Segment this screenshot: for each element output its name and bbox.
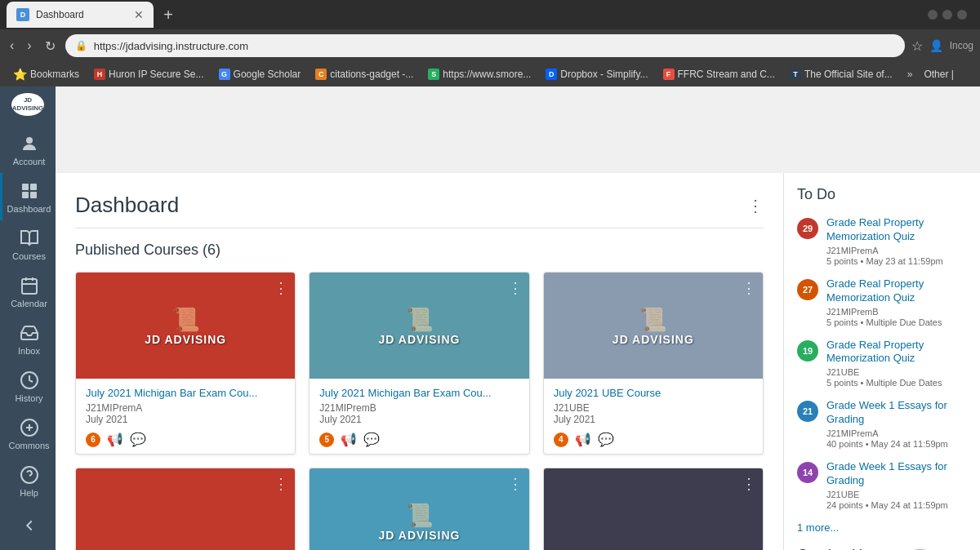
bookmark-ffrc[interactable]: F FFRC Stream and C...	[657, 67, 782, 82]
browser-actions: ☆ 👤 Incog	[911, 38, 973, 54]
maximize-button[interactable]	[942, 10, 952, 20]
todo-meta-2: 5 points • Multiple Due Dates	[826, 317, 967, 327]
sidebar-item-courses[interactable]: Courses	[0, 220, 56, 268]
dropbox-label: Dropbox - Simplify...	[560, 69, 648, 80]
more-link[interactable]: 1 more...	[797, 521, 967, 534]
todo-name-4[interactable]: Grade Week 1 Essays for Grading	[826, 399, 967, 427]
card-menu-6[interactable]: ⋮	[742, 475, 756, 493]
course-card-section-test: ⋮ Section Test	[75, 468, 296, 550]
calendar-icon	[18, 274, 41, 297]
discussion-icon-1[interactable]: 💬	[130, 432, 146, 447]
card-menu-5[interactable]: ⋮	[508, 475, 523, 493]
back-button[interactable]: ‹	[7, 35, 17, 56]
content-area: Dashboard ⋮ Published Courses (6) ⋮ 📜 JD…	[56, 173, 784, 550]
sidebar-item-commons[interactable]: Commons	[0, 410, 56, 457]
course-card-j21mi-prem-b: ⋮ 📜 JD ADVISING July 2021 Michigan Bar E…	[309, 272, 529, 455]
course-card-body-3: July 2021 UBE Course J21UBE July 2021 4 …	[544, 379, 763, 454]
incognito-label: Incog	[950, 40, 973, 51]
todo-title: To Do	[797, 186, 967, 203]
sidebar-item-help[interactable]: Help	[0, 457, 56, 504]
card-menu-1[interactable]: ⋮	[274, 279, 288, 297]
card-menu-3[interactable]: ⋮	[742, 279, 756, 297]
commons-icon	[18, 416, 41, 439]
bookmark-scholar[interactable]: G Google Scholar	[212, 67, 308, 82]
sidebar-item-history[interactable]: History	[0, 362, 56, 410]
course-card-ube-ondemand: ⋮ 📜 JD ADVISING UBE On Demand Course - A…	[309, 468, 529, 550]
course-code-1: J21MIPremA	[86, 402, 285, 414]
bookmark-citations[interactable]: C citations-gadget -...	[309, 67, 420, 82]
scholar-label: Google Scholar	[234, 69, 301, 80]
todo-details-4: Grade Week 1 Essays for Grading J21MIPre…	[826, 399, 967, 449]
tab-close-button[interactable]: ✕	[134, 8, 144, 21]
todo-course-5: J21UBE	[826, 490, 967, 499]
bookmarks-more-button[interactable]: »	[901, 67, 920, 82]
address-bar: ‹ › ↻ 🔒 https://jdadvising.instructure.c…	[0, 29, 980, 62]
bookmark-huron[interactable]: H Huron IP Secure Se...	[87, 67, 211, 82]
todo-badge-4: 21	[797, 401, 818, 422]
sidebar-item-calendar[interactable]: Calendar	[0, 268, 56, 315]
url-bar[interactable]: 🔒 https://jdadvising.instructure.com	[65, 34, 905, 57]
course-name-3[interactable]: July 2021 UBE Course	[554, 387, 753, 399]
todo-item-1: 29 Grade Real Property Memorization Quiz…	[797, 216, 967, 266]
todo-badge-1: 29	[797, 218, 818, 239]
page-title: Dashboard	[75, 193, 179, 218]
bookmark-dropbox[interactable]: D Dropbox - Simplify...	[539, 67, 654, 82]
active-tab[interactable]: D Dashboard ✕	[7, 2, 154, 28]
scholar-favicon: G	[219, 69, 230, 80]
lock-icon: 🔒	[75, 40, 87, 51]
sidebar-item-inbox[interactable]: Inbox	[0, 315, 56, 362]
discussion-icon-2[interactable]: 💬	[363, 432, 380, 447]
bookmarks-bar: ⭐ Bookmarks H Huron IP Secure Se... G Go…	[0, 62, 980, 86]
todo-details-5: Grade Week 1 Essays for Grading J21UBE 2…	[826, 460, 967, 510]
bookmarks-label: Bookmarks	[30, 69, 79, 80]
jd-logo-2: 📜 JD ADVISING	[379, 306, 461, 346]
todo-name-1[interactable]: Grade Real Property Memorization Quiz	[826, 216, 967, 244]
todo-course-3: J21UBE	[826, 367, 967, 377]
announcement-icon-2[interactable]: 📢	[341, 432, 357, 447]
help-label: Help	[20, 488, 38, 498]
history-label: History	[15, 393, 42, 403]
todo-name-2[interactable]: Grade Real Property Memorization Quiz	[826, 277, 967, 305]
new-tab-button[interactable]: +	[157, 3, 180, 26]
bookmark-smore[interactable]: S https://www.smore...	[421, 67, 537, 82]
course-card-image-2: ⋮ 📜 JD ADVISING	[310, 273, 528, 379]
bookmark-official[interactable]: T The Official Site of...	[783, 67, 899, 82]
sidebar-item-collapse[interactable]	[0, 508, 56, 543]
todo-course-1: J21MIPremA	[826, 246, 967, 255]
tab-bar: D Dashboard ✕ +	[0, 0, 980, 29]
close-button[interactable]	[957, 10, 967, 20]
huron-label: Huron IP Secure Se...	[109, 69, 204, 80]
forward-button[interactable]: ›	[24, 35, 34, 56]
url-text: https://jdadvising.instructure.com	[94, 40, 248, 52]
course-term-2: July 2021	[319, 414, 519, 425]
todo-badge-3: 19	[797, 340, 818, 361]
card-menu-4[interactable]: ⋮	[274, 475, 288, 493]
header-more-button[interactable]: ⋮	[747, 196, 764, 215]
course-card-image-6: ⋮	[544, 468, 763, 550]
reload-button[interactable]: ↻	[42, 35, 59, 57]
course-actions-2: 5 📢 💬	[319, 432, 519, 447]
sidebar: JDADVISING Account Dashboard Courses Cal…	[0, 86, 56, 550]
card-menu-2[interactable]: ⋮	[508, 279, 523, 297]
sidebar-item-dashboard[interactable]: Dashboard	[0, 173, 56, 220]
course-card-j21mi-prem-a: ⋮ 📜 JD ADVISING July 2021 Michigan Bar E…	[75, 272, 296, 455]
todo-name-5[interactable]: Grade Week 1 Essays for Grading	[826, 460, 967, 488]
svg-rect-5	[22, 279, 37, 294]
app-logo: JDADVISING	[11, 93, 44, 116]
bookmark-star-icon[interactable]: ☆	[911, 38, 923, 54]
sidebar-item-account[interactable]: Account	[0, 126, 56, 173]
course-name-1[interactable]: July 2021 Michigan Bar Exam Cou...	[86, 387, 285, 399]
bookmarks-folder[interactable]: ⭐ Bookmarks	[7, 66, 86, 82]
minimize-button[interactable]	[928, 10, 938, 20]
discussion-icon-3[interactable]: 💬	[598, 432, 614, 447]
todo-name-3[interactable]: Grade Real Property Memorization Quiz	[826, 339, 967, 366]
course-card-test: ⋮ Test Course	[543, 468, 764, 550]
course-name-2[interactable]: July 2021 Michigan Bar Exam Cou...	[319, 387, 519, 399]
announcement-icon-1[interactable]: 📢	[107, 432, 123, 447]
profile-icon[interactable]: 👤	[929, 39, 943, 52]
official-favicon: T	[790, 69, 801, 80]
dropbox-favicon: D	[546, 69, 557, 80]
announcement-icon-3[interactable]: 📢	[575, 432, 591, 447]
calendar-label: Calendar	[11, 299, 47, 308]
course-term-3: July 2021	[554, 414, 753, 425]
